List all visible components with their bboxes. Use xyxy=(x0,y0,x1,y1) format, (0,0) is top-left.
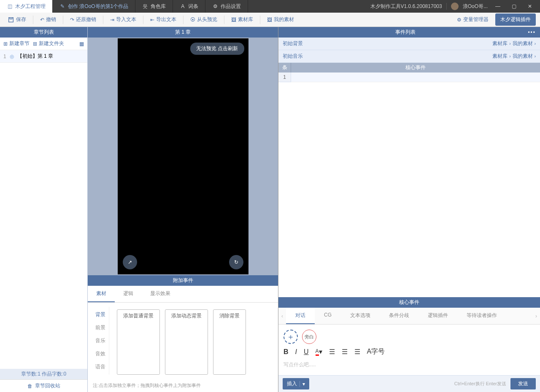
preview-panel: 第 1 章 无法预览 点击刷新 ↗ ↻ 附加事件 素材 逻辑 显示效果 背景 前… xyxy=(88,27,278,392)
minimize-button[interactable]: — xyxy=(492,3,504,9)
send-button[interactable]: 发送 xyxy=(510,378,536,389)
my-assets-link[interactable]: 我的素材 xyxy=(513,53,533,60)
chevron-right-icon: › xyxy=(509,54,510,59)
underline-button[interactable]: U xyxy=(304,348,309,356)
maximize-button[interactable]: ▢ xyxy=(508,3,520,9)
align-right-button[interactable]: ☰ xyxy=(354,348,360,356)
tab-roles[interactable]: 웃 角色库 xyxy=(135,0,173,13)
core-tab-wait-reader[interactable]: 等待读者操作 xyxy=(457,308,506,324)
svg-rect-0 xyxy=(9,17,14,22)
redo-button[interactable]: ↷还原撤销 xyxy=(67,14,100,25)
refresh-preview-button[interactable]: ↻ xyxy=(229,255,243,269)
preview-header: 第 1 章 xyxy=(88,27,278,38)
undo-button[interactable]: ↶撤销 xyxy=(37,14,59,25)
terms-icon: A xyxy=(180,3,186,9)
add-character-button[interactable]: ＋ xyxy=(284,330,298,344)
tabs-scroll-right[interactable]: › xyxy=(532,308,540,324)
tab-create[interactable]: ✎ 创作 浪OoO哥的第1个作品 xyxy=(53,0,135,13)
asset-lib-link[interactable]: 素材库 xyxy=(492,40,508,47)
core-tab-logic-plugin[interactable]: 逻辑插件 xyxy=(418,308,457,324)
asset-lib-button[interactable]: 🖼素材库 xyxy=(228,14,256,25)
titlebar: ◫ 木夕工程管理 ✎ 创作 浪OoO哥的第1个作品 웃 角色库 A 词条 ⚙ 作… xyxy=(0,0,540,13)
open-external-button[interactable]: ↗ xyxy=(123,255,137,269)
core-tab-dialog[interactable]: 对话 xyxy=(286,308,315,324)
save-icon xyxy=(8,16,14,23)
side-menu-voice[interactable]: 语音 xyxy=(95,363,105,371)
tab-terms[interactable]: A 词条 xyxy=(173,0,205,13)
tab-project[interactable]: ◫ 木夕工程管理 xyxy=(0,0,53,13)
insert-button[interactable]: 插入▾ xyxy=(283,378,309,389)
import-icon: ⇥ xyxy=(110,17,114,23)
trash-icon: 🗑 xyxy=(27,383,32,389)
event-panel-header: 事件列表 xyxy=(283,29,528,36)
my-assets-link[interactable]: 我的素材 xyxy=(513,40,533,47)
tab-label: 创作 浪OoO哥的第1个作品 xyxy=(68,3,128,10)
new-chapter-button[interactable]: ⊞新建章节 xyxy=(3,40,30,47)
attach-header: 附加事件 xyxy=(88,275,278,286)
divider xyxy=(446,3,447,10)
text-color-button[interactable]: A ▾ xyxy=(316,348,322,356)
export-icon: ⇤ xyxy=(150,17,154,23)
avatar[interactable] xyxy=(451,3,459,10)
italic-button[interactable]: I xyxy=(295,348,297,356)
chapter-name: 【初始】第 1 章 xyxy=(17,53,53,60)
dialog-input[interactable]: 写点什么吧..... xyxy=(284,360,535,370)
col-index: 条 xyxy=(278,63,291,72)
align-center-button[interactable]: ☰ xyxy=(342,348,348,356)
no-preview-badge[interactable]: 无法预览 点击刷新 xyxy=(190,43,244,55)
tab-label: 词条 xyxy=(188,3,198,10)
import-button[interactable]: ⇥导入文本 xyxy=(107,14,140,25)
narration-button[interactable]: 旁白 xyxy=(302,330,316,344)
col-core: 核心事件 xyxy=(291,63,540,72)
side-menu-bg[interactable]: 背景 xyxy=(95,311,105,318)
init-music-row[interactable]: 初始音乐 素材库› 我的素材› xyxy=(278,50,540,63)
core-tab-cg[interactable]: CG xyxy=(315,308,341,324)
tabs-scroll-left[interactable]: ‹ xyxy=(278,308,286,324)
attach-hint: 注:点击添加独立事件；拖拽到核心事件上为附加事件 xyxy=(88,379,278,392)
side-menu-fg[interactable]: 前景 xyxy=(95,324,105,331)
recycle-bin-button[interactable]: 🗑 章节回收站 xyxy=(0,379,87,392)
init-bg-row[interactable]: 初始背景 素材库› 我的素材› xyxy=(278,38,540,50)
attach-tab-effect[interactable]: 显示效果 xyxy=(142,286,179,302)
core-tab-condition[interactable]: 条件分歧 xyxy=(380,308,418,324)
core-event-header: 核心事件 xyxy=(278,297,540,308)
plus-icon: ⊞ xyxy=(33,41,37,47)
var-manager-button[interactable]: ⚙变量管理器 xyxy=(454,14,492,25)
chapter-row[interactable]: 1 ◎ 【初始】第 1 章 xyxy=(0,50,87,63)
format-toolbar: B I U A ▾ ☰ ☰ ☰ A字号 xyxy=(284,347,535,356)
font-size-button[interactable]: A字号 xyxy=(367,347,385,356)
version-label: 木夕制作工具V1.0.6.200817003 xyxy=(370,3,442,10)
asset-lib-icon: 🖼 xyxy=(231,17,236,23)
more-icon[interactable]: ••• xyxy=(528,30,536,35)
export-button[interactable]: ⇤导出文本 xyxy=(147,14,180,25)
chevron-down-icon[interactable]: ▾ xyxy=(300,381,305,387)
my-assets-button[interactable]: 🖼我的素材 xyxy=(264,14,297,25)
save-button[interactable]: 保存 xyxy=(4,14,30,25)
bold-button[interactable]: B xyxy=(284,348,289,356)
send-hint: Ctrl+Enter换行 Enter发送 xyxy=(454,381,506,387)
preview-head-button[interactable]: ⦿从头预览 xyxy=(187,14,221,25)
plus-icon: ⊞ xyxy=(3,41,8,47)
user-name: 浪OoO哥... xyxy=(463,3,488,10)
event-row[interactable]: 1 xyxy=(278,72,540,82)
align-left-button[interactable]: ☰ xyxy=(329,348,335,356)
remove-bg-button[interactable]: 消除背景 xyxy=(213,309,246,375)
chapter-index: 1 xyxy=(3,54,6,59)
tab-label: 角色库 xyxy=(151,3,166,10)
logic-plugin-button[interactable]: 木夕逻辑插件 xyxy=(495,13,536,26)
chevron-right-icon: › xyxy=(535,41,536,46)
asset-lib-link[interactable]: 素材库 xyxy=(492,53,508,60)
core-tab-text-option[interactable]: 文本选项 xyxy=(341,308,380,324)
add-dynamic-bg-button[interactable]: 添加动态背景 xyxy=(165,309,208,375)
side-menu-music[interactable]: 音乐 xyxy=(95,337,105,344)
add-normal-bg-button[interactable]: 添加普通背景 xyxy=(117,309,160,375)
new-folder-button[interactable]: ⊞新建文件夹 xyxy=(33,40,64,47)
stats-label: 章节数:1 作品字数:0 xyxy=(0,369,87,379)
grid-view-icon[interactable]: ▦ xyxy=(79,41,84,47)
attach-tab-logic[interactable]: 逻辑 xyxy=(115,286,142,302)
tab-settings[interactable]: ⚙ 作品设置 xyxy=(205,0,248,13)
close-button[interactable]: ✕ xyxy=(524,3,536,9)
side-menu-sfx[interactable]: 音效 xyxy=(95,350,105,357)
gear-icon: ⚙ xyxy=(212,3,218,9)
attach-tab-material[interactable]: 素材 xyxy=(88,286,115,302)
